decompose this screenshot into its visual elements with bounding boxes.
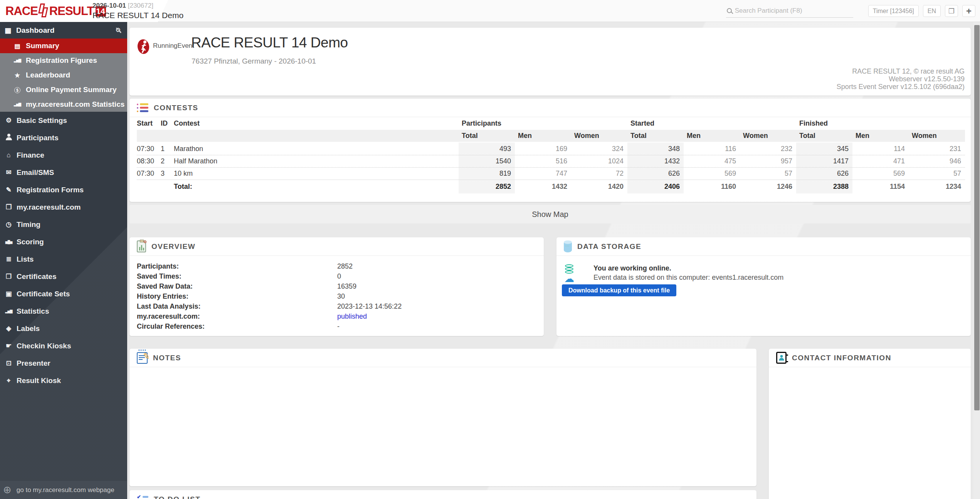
event-id: [230672] [128, 2, 153, 9]
notes-card: ✎ NOTES [129, 349, 756, 486]
overview-label: Last Data Analysis: [137, 302, 337, 311]
sidebar-item-certificates[interactable]: ❒ Certificates [0, 268, 127, 285]
sidebar-item-scoring[interactable]: ▅█▅ Scoring [0, 233, 127, 250]
cell-start: 07:30 [137, 170, 161, 178]
page-title: RACE RESULT 14 Demo [191, 35, 348, 51]
todo-list-card: ✔ ✔ TO DO LIST [129, 490, 756, 499]
menu-label: Scoring [17, 238, 44, 246]
menu-label: Presenter [17, 359, 50, 368]
sidebar-item-registration-figures[interactable]: ▂▅▇ Registration Figures [0, 53, 127, 68]
myraceresult-webpage-link[interactable]: ⊕ go to my.raceresult.com webpage [0, 481, 127, 499]
sidebar-item-timing[interactable]: ◷ Timing [0, 216, 127, 233]
storage-location: Event data is stored on this computer: e… [593, 274, 783, 282]
gear-icon: ⚙ [4, 116, 13, 124]
menu-label: Labels [17, 324, 40, 333]
table-row[interactable]: 07:30 1 Marathon 493 169 324 348 116 232… [137, 143, 965, 155]
sidebar-item-result-kiosk[interactable]: ⌖ Result Kiosk [0, 372, 127, 389]
overview-label: Participants: [137, 262, 337, 271]
search-input[interactable] [735, 7, 853, 15]
overview-value: 30 [337, 292, 345, 301]
sidebar-item-labels[interactable]: ◈ Labels [0, 320, 127, 337]
total-started-men: 1160 [684, 180, 740, 193]
overview-label: Saved Raw Data: [137, 282, 337, 291]
sidebar-item-statistics[interactable]: ▂▅▇ Statistics [0, 302, 127, 320]
clock-icon: ◷ [4, 220, 13, 228]
cell-started-men: 116 [684, 143, 740, 155]
sidebar-item-dashboard[interactable]: ▦ Dashboard ⚲ [0, 22, 127, 39]
sidebar-item-summary[interactable]: ▤ Summary [0, 39, 127, 53]
cell-finished-total: 626 [796, 168, 852, 180]
medal-icon: ★ [12, 72, 22, 79]
new-tab-button[interactable]: + [962, 5, 975, 17]
table-row[interactable]: 07:30 3 10 km 819 747 72 626 569 57 626 … [137, 167, 965, 180]
current-event-summary: 2026-10-01 [230672] RACE RESULT 14 Demo [92, 2, 183, 20]
cell-participants-women: 324 [571, 143, 627, 155]
cell-participants-total: 1540 [459, 155, 515, 167]
menu-label: Lists [17, 255, 34, 264]
podium-icon: ▅█▅ [4, 240, 13, 244]
sidebar-item-participants[interactable]: Participants [0, 129, 127, 146]
participant-search[interactable] [726, 5, 853, 18]
sidebar-item-registration-forms[interactable]: ✎ Registration Forms [0, 181, 127, 198]
cell-finished-men: 569 [852, 168, 909, 180]
monitor-icon: ⊡ [4, 359, 13, 367]
cell-contest: Half Marathon [174, 157, 459, 165]
contact-information-card: CONTACT INFORMATION [769, 349, 971, 499]
scrollbar-thumb[interactable] [974, 25, 980, 410]
sidebar-item-checkin-kiosks[interactable]: ☛ Checkin Kiosks [0, 337, 127, 355]
event-location-date: 76327 Pfinztal, Germany - 2026-10-01 [192, 57, 316, 66]
window-icon: ❐ [948, 7, 955, 15]
cell-started-women: 57 [740, 168, 796, 180]
sidebar-item-finance[interactable]: ⌂ Finance [0, 146, 127, 164]
subitem-label: Summary [26, 42, 59, 50]
total-started-total: 2406 [627, 180, 684, 193]
timer-button[interactable]: Timer [123456] [868, 5, 919, 17]
total-finished-total: 2388 [796, 180, 852, 193]
page-scrollbar[interactable] [973, 22, 980, 499]
group-header-started: Started [627, 119, 684, 128]
cell-participants-men: 516 [515, 155, 571, 167]
sidebar-item-myraceresult[interactable]: ❐ my.raceresult.com [0, 198, 127, 216]
brand-name: RunningEvent [153, 42, 194, 50]
show-map-button[interactable]: Show Map [129, 205, 971, 223]
sidebar-item-email-sms[interactable]: ✉ Email/SMS [0, 164, 127, 181]
total-participants-total: 2852 [459, 180, 515, 193]
unpin-icon[interactable]: ⚲ [113, 25, 124, 36]
browser-icon: ❐ [4, 203, 13, 211]
subheader-men: Men [684, 132, 740, 140]
database-cloud-icon: ☁ [562, 264, 582, 284]
menu-label: Certificates [17, 272, 57, 281]
sidebar-item-presenter[interactable]: ⊡ Presenter [0, 355, 127, 372]
sidebar-item-basic-settings[interactable]: ⚙ Basic Settings [0, 112, 127, 129]
sidebar-item-online-payment-summary[interactable]: $ Online Payment Summary [0, 82, 127, 97]
menu-label: Email/SMS [17, 168, 54, 177]
bank-icon: ⌂ [4, 151, 13, 159]
table-row[interactable]: 08:30 2 Half Marathon 1540 516 1024 1432… [137, 155, 965, 167]
cell-id: 1 [161, 145, 174, 153]
subheader-men: Men [852, 132, 909, 140]
window-mode-button[interactable]: ❐ [945, 5, 958, 17]
data-storage-title: DATA STORAGE [577, 242, 641, 251]
published-link[interactable]: published [337, 313, 367, 321]
sidebar-item-certificate-sets[interactable]: ▣ Certificate Sets [0, 285, 127, 302]
cell-started-women: 232 [740, 143, 796, 155]
cell-finished-men: 114 [852, 143, 909, 155]
certificate-icon: ❒ [4, 272, 13, 281]
event-header-card: RunningEvent RACE RESULT 14 Demo 76327 P… [129, 28, 971, 96]
kiosk-icon: ⌖ [4, 377, 13, 385]
notes-title: NOTES [153, 354, 181, 362]
sidebar-item-leaderboard[interactable]: ★ Leaderboard [0, 68, 127, 82]
menu-label: Statistics [17, 307, 49, 316]
overview-value: 16359 [337, 282, 356, 291]
menu-label: Basic Settings [17, 116, 67, 125]
overview-card: OVERVIEW Participants:2852 Saved Times:0… [129, 237, 544, 336]
sidebar-item-lists[interactable]: ≣ Lists [0, 250, 127, 268]
cloud-icon: ☁ [564, 273, 574, 285]
language-button[interactable]: EN [923, 5, 941, 17]
version-line: Webserver v12.5.50-139 [837, 75, 965, 83]
overview-label: Saved Times: [137, 272, 337, 281]
cell-started-men: 475 [684, 155, 740, 167]
subitem-label: Leaderboard [26, 71, 70, 79]
sidebar-item-myraceresult-statistics[interactable]: ▂▅▇ my.raceresult.com Statistics [0, 97, 127, 112]
download-backup-button[interactable]: Download backup of this event file [562, 284, 676, 296]
